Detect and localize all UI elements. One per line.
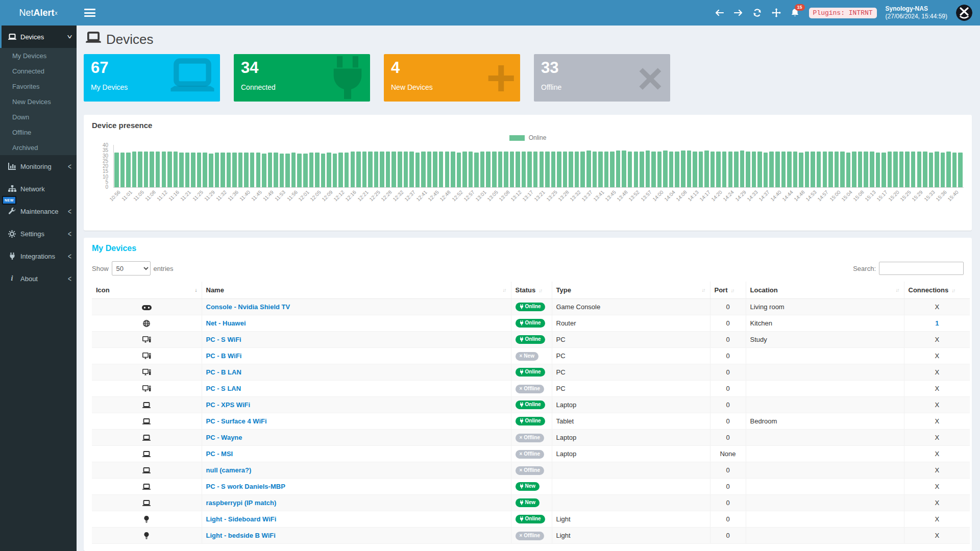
column-header-port[interactable]: Port↓↑ xyxy=(710,282,746,299)
x-tick-label: 11:49 xyxy=(262,189,275,202)
column-header-icon[interactable]: Icon↓ xyxy=(92,282,202,299)
chevron-left-icon: < xyxy=(68,273,71,284)
chart-bar xyxy=(351,152,355,187)
device-name-link[interactable]: PC - B LAN xyxy=(206,368,241,376)
device-name-link[interactable]: PC - B WiFi xyxy=(206,352,242,360)
x-tick-label: 12:57 xyxy=(462,189,475,202)
chart-bar xyxy=(439,152,444,187)
connections-count-link[interactable]: 1 xyxy=(935,319,939,327)
sidebar-toggle-icon[interactable] xyxy=(84,9,95,17)
chart-legend[interactable]: Online xyxy=(92,134,964,142)
desktop-icon xyxy=(142,368,151,376)
plug-icon xyxy=(520,304,524,309)
device-port: 0 xyxy=(710,364,746,381)
stat-box-new-devices[interactable]: 4 New Devices + xyxy=(384,54,520,102)
search-input[interactable] xyxy=(879,262,964,275)
device-name-link[interactable]: PC - XPS WiFi xyxy=(206,401,251,409)
plugins-status-badge[interactable]: Plugins: INTRNT xyxy=(809,8,877,18)
move-icon[interactable] xyxy=(771,8,781,18)
search-label: Search: xyxy=(853,265,876,272)
device-location xyxy=(746,397,904,413)
sidebar-item-offline[interactable]: Offline xyxy=(0,124,77,140)
table-row: raspberrypi (IP match)New0X xyxy=(92,495,970,511)
chart-plot-area xyxy=(113,145,964,188)
sidebar-item-down[interactable]: Down xyxy=(0,109,77,124)
device-name-link[interactable]: PC - S LAN xyxy=(206,385,241,392)
chart-bar xyxy=(634,152,639,187)
sidebar-item-connected[interactable]: Connected xyxy=(0,63,77,79)
x-tick-label: 14:20 xyxy=(710,189,723,202)
stat-box-connected[interactable]: 34 Connected xyxy=(234,54,370,102)
sidebar-item-favorites[interactable]: Favorites xyxy=(0,79,77,94)
sidebar-item-new-devices[interactable]: New Devices xyxy=(0,94,77,109)
sidebar-item-devices[interactable]: Devices < xyxy=(0,26,77,48)
device-name-link[interactable]: Light - bedside B WiFi xyxy=(206,532,276,539)
x-tick-label: 14:08 xyxy=(675,189,688,202)
column-header-name[interactable]: Name↓↑ xyxy=(202,282,511,299)
stat-box-offline[interactable]: 33 Offline × xyxy=(534,54,670,102)
show-label: Show xyxy=(92,265,109,272)
device-name-link[interactable]: PC - S WiFi xyxy=(206,336,241,343)
notifications-bell-icon[interactable]: 15 xyxy=(790,8,800,18)
sidebar-item-about[interactable]: i About < xyxy=(0,267,77,290)
x-tick-label: 13:12 xyxy=(510,189,523,202)
x-tick-label: 12:25 xyxy=(368,189,381,202)
device-name-link[interactable]: null (camera?) xyxy=(206,466,252,474)
nav-back-icon[interactable] xyxy=(715,8,725,18)
refresh-icon[interactable] xyxy=(752,8,763,18)
device-name-link[interactable]: Console - Nvidia Shield TV xyxy=(206,303,290,311)
sidebar-item-label: Network xyxy=(20,185,45,193)
column-header-connections[interactable]: Connections↓↑ xyxy=(904,282,970,299)
app-logo[interactable]: NetAlertx xyxy=(0,0,77,26)
plug-icon xyxy=(520,402,524,407)
x-tick-label: 12:28 xyxy=(380,189,393,202)
sidebar-item-monitoring[interactable]: Monitoring < xyxy=(0,155,77,178)
times-icon: × xyxy=(520,386,523,391)
nav-forward-icon[interactable] xyxy=(733,8,744,18)
device-name-link[interactable]: Net - Huawei xyxy=(206,319,246,327)
column-header-type[interactable]: Type↓↑ xyxy=(552,282,710,299)
column-header-status[interactable]: Status↓↑ xyxy=(511,282,552,299)
chart-bar xyxy=(699,152,703,187)
gamepad-icon xyxy=(142,303,152,311)
chart-bar xyxy=(835,152,839,187)
sidebar-item-label: Maintenance xyxy=(20,208,58,215)
chart-bar xyxy=(492,152,497,187)
chart-bar xyxy=(238,153,243,187)
device-port: 0 xyxy=(710,413,746,430)
sidebar-item-archived[interactable]: Archived xyxy=(0,140,77,155)
sidebar-item-settings[interactable]: Settings < xyxy=(0,222,77,245)
chart-bar xyxy=(545,152,550,187)
table-row: PC - S LAN×OfflinePC0X xyxy=(92,381,970,397)
page-length-select[interactable]: 50 xyxy=(112,261,151,276)
x-tick-label: 11:53 xyxy=(274,189,287,202)
user-avatar[interactable] xyxy=(956,5,972,21)
x-tick-label: 12:41 xyxy=(415,189,428,202)
no-connections-x: X xyxy=(935,352,939,360)
device-name-link[interactable]: PC - MSI xyxy=(206,450,233,458)
no-connections-x: X xyxy=(935,532,939,539)
device-name-link[interactable]: PC - Wayne xyxy=(206,434,242,441)
chart-bar xyxy=(586,151,591,187)
device-port: 0 xyxy=(710,462,746,479)
device-name-link[interactable]: raspberrypi (IP match) xyxy=(206,499,277,507)
device-port: None xyxy=(710,446,746,462)
device-name-link[interactable]: PC - Surface 4 WiFi xyxy=(206,417,267,425)
laptop-icon xyxy=(142,499,151,507)
x-tick-label: 11:56 xyxy=(286,189,299,202)
chart-bar xyxy=(929,153,934,187)
legend-swatch xyxy=(509,135,525,141)
sidebar-item-integrations[interactable]: Integrations < xyxy=(0,245,77,267)
chart-bar xyxy=(209,154,213,187)
device-type: Laptop xyxy=(552,446,710,462)
device-name-link[interactable]: Light - Sideboard WiFi xyxy=(206,515,277,523)
chart-bar xyxy=(268,153,273,187)
times-icon: × xyxy=(520,468,523,473)
x-tick-label: 11:40 xyxy=(238,189,251,202)
column-header-location[interactable]: Location↓↑ xyxy=(746,282,904,299)
status-badge: ×Offline xyxy=(516,450,545,459)
stat-box-my-devices[interactable]: 67 My Devices xyxy=(84,54,220,102)
device-name-link[interactable]: PC - S work Daniels-MBP xyxy=(206,483,285,490)
no-connections-x: X xyxy=(935,515,939,523)
sidebar-item-my-devices[interactable]: My Devices xyxy=(0,48,77,63)
